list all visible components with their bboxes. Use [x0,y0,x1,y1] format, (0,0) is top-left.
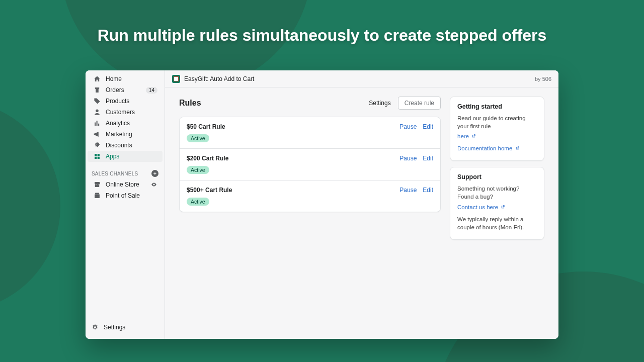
sidebar: Home Orders 14 Products Customers Analyt… [86,70,165,339]
view-icon[interactable] [150,182,157,188]
support-lead: Something not working? Found a bug? [457,185,537,201]
sidebar-item-customers[interactable]: Customers [88,107,163,118]
sidebar-item-discounts[interactable]: Discounts [88,140,163,151]
getting-started-lead: Read our guide to creating your first ru… [457,115,526,129]
sidebar-item-orders[interactable]: Orders 14 [88,84,163,96]
rules-list: $50 Cart Rule Active Pause Edit $200 Car… [179,117,441,212]
external-link-icon [471,132,476,137]
sidebar-item-products[interactable]: Products [88,96,163,107]
sidebar-item-label: Customers [106,109,157,116]
sidebar-item-analytics[interactable]: Analytics [88,118,163,129]
status-badge: Active [187,198,209,206]
app-byline: by 506 [535,76,551,82]
support-card: Support Something not working? Found a b… [450,167,544,239]
sidebar-item-home[interactable]: Home [88,73,163,84]
sidebar-item-label: Apps [106,153,157,160]
gear-icon [92,324,99,331]
getting-started-here-link[interactable]: here [457,133,476,139]
settings-link[interactable]: Settings [369,100,390,107]
pause-link[interactable]: Pause [399,187,417,194]
sales-channels-header: SALES CHANNELS + [86,165,165,179]
pause-link[interactable]: Pause [399,123,417,130]
discount-icon [94,142,101,149]
topbar: EasyGift: Auto Add to Cart by 506 [165,70,558,87]
sidebar-item-label: Products [106,98,157,105]
sidebar-settings[interactable]: Settings [92,322,158,333]
app-frame: Home Orders 14 Products Customers Analyt… [86,70,558,339]
sidebar-item-label: Orders [106,86,141,94]
external-link-icon [515,144,520,149]
status-badge: Active [187,134,209,142]
sidebar-item-label: Online Store [106,181,145,188]
megaphone-icon [94,131,101,138]
external-link-icon [501,203,505,208]
rule-row: $50 Cart Rule Active Pause Edit [180,117,440,149]
app-name: EasyGift: Auto Add to Cart [184,75,254,82]
sales-channels-label: SALES CHANNELS [92,171,138,176]
sidebar-item-apps[interactable]: Apps [88,151,163,162]
sidebar-item-label: Point of Sale [106,192,157,199]
sidebar-item-marketing[interactable]: Marketing [88,129,163,140]
store-icon [94,181,101,188]
documentation-home-link[interactable]: Documentation home [457,145,520,151]
rule-name: $50 Cart Rule [187,123,399,130]
apps-icon [94,153,101,160]
edit-link[interactable]: Edit [423,187,433,194]
sidebar-item-label: Home [106,75,157,82]
pos-icon [94,192,101,199]
rule-row: $500+ Cart Rule Active Pause Edit [180,180,440,212]
sidebar-item-label: Analytics [106,120,157,127]
sidebar-item-label: Settings [104,324,153,331]
rule-name: $200 Cart Rule [187,155,399,162]
orders-icon [94,86,101,94]
sidebar-item-label: Marketing [106,131,157,138]
person-icon [94,109,101,116]
analytics-icon [94,120,101,127]
status-badge: Active [187,166,209,174]
support-title: Support [457,173,537,180]
home-icon [94,75,101,82]
add-channel-icon[interactable]: + [151,170,158,177]
rule-name: $500+ Cart Rule [187,187,399,194]
getting-started-card: Getting started Read our guide to creati… [450,97,544,161]
app-logo-icon [172,75,180,83]
rule-row: $200 Cart Rule Active Pause Edit [180,149,440,180]
edit-link[interactable]: Edit [423,155,433,162]
edit-link[interactable]: Edit [423,123,433,130]
sidebar-channel-pos[interactable]: Point of Sale [88,190,163,201]
main: EasyGift: Auto Add to Cart by 506 Rules … [165,70,558,339]
page-title: Rules [179,99,369,108]
sidebar-channel-online-store[interactable]: Online Store [88,179,163,190]
contact-us-link[interactable]: Contact us here [457,204,505,210]
tag-icon [94,98,101,105]
getting-started-title: Getting started [457,103,537,110]
orders-badge: 14 [146,87,157,94]
hero-title: Run multiple rules simultaneously to cre… [0,26,644,45]
pause-link[interactable]: Pause [399,155,417,162]
sidebar-item-label: Discounts [106,142,157,149]
create-rule-button[interactable]: Create rule [398,97,441,110]
support-reply-note: We typically reply within a couple of ho… [457,215,537,231]
